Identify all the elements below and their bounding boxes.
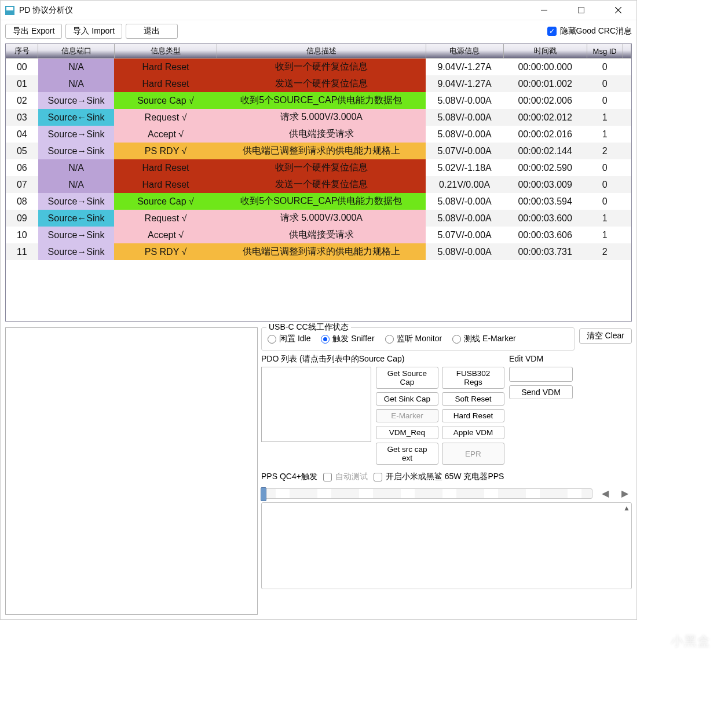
cell-ts: 00:00:01.002 [503, 75, 587, 92]
minimize-button[interactable] [532, 2, 555, 19]
scroll-up-icon[interactable]: ▲ [623, 504, 630, 512]
cell-type: Request √ [114, 109, 217, 126]
get-source-cap-button[interactable]: Get Source Cap [376, 367, 438, 389]
cell-vi: 5.02V/-1.18A [426, 159, 503, 176]
edit-vdm-input[interactable] [509, 367, 573, 382]
soft-reset-button[interactable]: Soft Reset [442, 392, 504, 406]
cell-ts: 00:00:02.590 [503, 159, 587, 176]
toolbar: 导出 Export 导入 Import 退出 隐藏Good CRC消息 [1, 20, 636, 43]
cell-msg: 0 [587, 176, 623, 193]
export-button[interactable]: 导出 Export [5, 24, 62, 39]
cc-mode-radio[interactable]: 监听 Monitor [385, 334, 442, 344]
table-row[interactable]: 04 Source→Sink Accept √ 供电端接受请求 5.08V/-0… [6, 126, 631, 143]
cell-port: Source→Sink [38, 193, 115, 210]
slider-left-icon[interactable]: ◀ [598, 488, 612, 499]
clear-button[interactable]: 清空 Clear [579, 329, 632, 344]
cc-mode-radio[interactable]: 测线 E-Marker [452, 334, 515, 344]
table-row[interactable]: 01 N/A Hard Reset 发送一个硬件复位信息 9.04V/-1.27… [6, 75, 631, 92]
maximize-button[interactable] [569, 2, 592, 19]
table-row[interactable]: 11 Source→Sink PS RDY √ 供电端已调整到请求的供电能力规格… [6, 243, 631, 260]
cell-port: Source→Sink [38, 243, 115, 260]
cc-mode-radio[interactable]: 闲置 Idle [268, 334, 310, 344]
col-seq[interactable]: 序号 [6, 44, 38, 59]
cell-desc: 发送一个硬件复位信息 [217, 75, 426, 92]
titlebar: PD 协议分析仪 [1, 1, 636, 20]
message-table[interactable]: 序号 信息端口 信息类型 信息描述 电源信息 时间戳 Msg ID 00 N/A… [5, 43, 632, 322]
table-header-row: 序号 信息端口 信息类型 信息描述 电源信息 时间戳 Msg ID [6, 44, 631, 59]
cell-type: Accept √ [114, 227, 217, 243]
cell-vi: 5.08V/-0.00A [426, 126, 503, 143]
cell-desc: 供电端已调整到请求的供电能力规格上 [217, 243, 426, 260]
cell-msg: 0 [587, 75, 623, 92]
cell-vi: 5.08V/-0.00A [426, 210, 503, 227]
radio-icon [452, 335, 461, 344]
col-desc[interactable]: 信息描述 [217, 44, 426, 59]
table-row[interactable]: 00 N/A Hard Reset 收到一个硬件复位信息 9.04V/-1.27… [6, 59, 631, 76]
cell-empty [623, 159, 631, 176]
col-vi[interactable]: 电源信息 [426, 44, 503, 59]
slider-right-icon[interactable]: ▶ [618, 488, 632, 499]
cell-type: Hard Reset [114, 59, 217, 76]
col-type[interactable]: 信息类型 [114, 44, 217, 59]
table-row[interactable]: 05 Source→Sink PS RDY √ 供电端已调整到请求的供电能力规格… [6, 143, 631, 159]
cell-ts: 00:00:03.606 [503, 227, 587, 243]
import-button[interactable]: 导入 Import [65, 24, 122, 39]
cell-msg: 0 [587, 59, 623, 76]
cell-desc: 收到一个硬件复位信息 [217, 59, 426, 76]
pdo-listbox[interactable] [261, 367, 371, 442]
slider-thumb[interactable] [261, 487, 266, 501]
cell-vi: 9.04V/-1.27A [426, 75, 503, 92]
table-row[interactable]: 03 Source←Sink Request √ 请求 5.000V/3.000… [6, 109, 631, 126]
cell-empty [623, 143, 631, 159]
get-src-cap-ext-button[interactable]: Get src cap ext [376, 443, 438, 465]
col-msg[interactable]: Msg ID [587, 44, 623, 59]
cell-empty [623, 92, 631, 109]
auto-test-checkbox[interactable]: 自动测试 [323, 472, 368, 482]
cell-type: Hard Reset [114, 75, 217, 92]
table-row[interactable]: 08 Source→Sink Source Cap √ 收到5个SOURCE_C… [6, 193, 631, 210]
apple-vdm-button[interactable]: Apple VDM [442, 426, 504, 439]
vdm-req-button[interactable]: VDM_Req [376, 426, 438, 439]
cell-empty [623, 193, 631, 210]
svg-rect-0 [578, 8, 584, 13]
cell-ts: 00:00:03.009 [503, 176, 587, 193]
cell-desc: 收到5个SOURCE_CAP供电能力数据包 [217, 92, 426, 109]
cell-msg: 0 [587, 193, 623, 210]
close-button[interactable] [606, 2, 630, 19]
cell-seq: 10 [6, 227, 38, 243]
pps-slider[interactable] [261, 488, 592, 499]
cc-mode-option-label: 测线 E-Marker [464, 334, 515, 344]
fusb302-regs-button[interactable]: FUSB302 Regs [442, 367, 504, 389]
cell-desc: 供电端接受请求 [217, 126, 426, 143]
table-row[interactable]: 06 N/A Hard Reset 收到一个硬件复位信息 5.02V/-1.18… [6, 159, 631, 176]
exit-button[interactable]: 退出 [126, 24, 178, 39]
cc-mode-option-label: 触发 Sniffer [332, 334, 374, 344]
table-row[interactable]: 07 N/A Hard Reset 发送一个硬件复位信息 0.21V/0.00A… [6, 176, 631, 193]
xiaomi-pps-label: 开启小米或黑鲨 65W 充电器PPS [386, 472, 504, 482]
hard-reset-button[interactable]: Hard Reset [442, 409, 504, 422]
get-sink-cap-button[interactable]: Get Sink Cap [376, 392, 438, 406]
table-row[interactable]: 02 Source→Sink Source Cap √ 收到5个SOURCE_C… [6, 92, 631, 109]
cell-vi: 5.08V/-0.00A [426, 243, 503, 260]
radio-icon [268, 335, 276, 344]
cell-desc: 供电端接受请求 [217, 227, 426, 243]
xiaomi-pps-checkbox[interactable]: 开启小米或黑鲨 65W 充电器PPS [374, 472, 504, 482]
hide-goodcrc-checkbox[interactable]: 隐藏Good CRC消息 [547, 26, 632, 37]
cc-mode-radio[interactable]: 触发 Sniffer [321, 334, 374, 344]
cell-msg: 2 [587, 243, 623, 260]
pdo-list-label: PDO 列表 (请点击列表中的Source Cap) [261, 354, 504, 364]
window-title: PD 协议分析仪 [19, 5, 73, 16]
col-ts[interactable]: 时间戳 [503, 44, 587, 59]
cell-ts: 00:00:02.012 [503, 109, 587, 126]
table-row[interactable]: 09 Source←Sink Request √ 请求 5.000V/3.000… [6, 210, 631, 227]
col-port[interactable]: 信息端口 [38, 44, 115, 59]
cell-vi: 0.21V/0.00A [426, 176, 503, 193]
cell-vi: 5.08V/-0.00A [426, 92, 503, 109]
detail-panel[interactable] [5, 327, 258, 615]
checkbox-checked-icon [547, 27, 557, 36]
table-row[interactable]: 10 Source→Sink Accept √ 供电端接受请求 5.07V/-0… [6, 227, 631, 243]
radio-icon [385, 335, 394, 344]
send-vdm-button[interactable]: Send VDM [509, 385, 573, 399]
cell-type: Accept √ [114, 126, 217, 143]
log-panel[interactable]: ▲ [261, 502, 632, 589]
